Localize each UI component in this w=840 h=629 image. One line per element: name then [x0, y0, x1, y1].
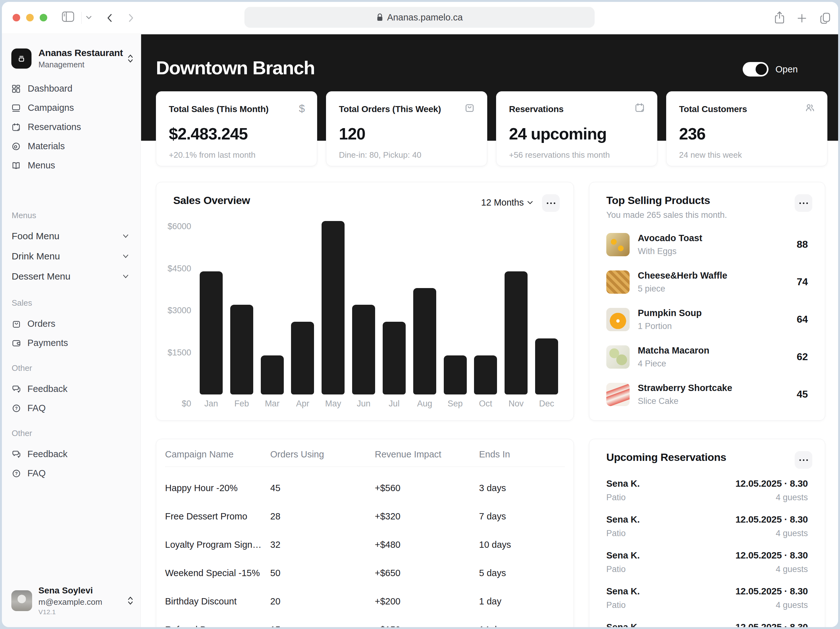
list-item: Sena K. 12.05.2025 · 8.30 Patio 4 guests	[606, 622, 808, 627]
product-name: Avocado Toast	[638, 233, 703, 243]
sidebar-item-payments[interactable]: Payments	[2, 333, 141, 353]
list-item: Sena K. 12.05.2025 · 8.30 Patio 4 guests	[606, 478, 808, 503]
stat-card-total-customers: Total Customers 236 24 new this week	[666, 91, 827, 166]
revenue-impact: +$480	[375, 539, 479, 550]
book-icon	[11, 161, 21, 170]
range-selector[interactable]: 12 Months	[481, 197, 533, 208]
y-axis-label: $4500	[167, 263, 191, 273]
top-products-subtitle: You made 265 sales this month.	[606, 210, 727, 220]
sidebar-item-campaigns[interactable]: Campaigns	[2, 98, 141, 117]
product-image-waffle	[606, 270, 630, 294]
chart-bar	[535, 339, 558, 394]
chevron-down-icon[interactable]	[86, 15, 92, 19]
sidebar-item-dessert-menu[interactable]: Dessert Menu	[2, 266, 141, 287]
product-variant: 5 piece	[638, 284, 727, 294]
x-axis-label: Feb	[230, 399, 253, 420]
close-button[interactable]	[13, 14, 20, 21]
chart-bar	[474, 355, 497, 394]
user-name: Sena Soylevi	[38, 586, 126, 596]
orders-using: 28	[270, 511, 375, 522]
open-toggle[interactable]	[743, 62, 769, 77]
sidebar-item-label: Reservations	[28, 122, 81, 132]
chart-bar	[383, 322, 406, 394]
list-item: Matcha Macaron 4 Piece 62	[606, 342, 808, 371]
campaign-name: Free Dessert Promo	[165, 511, 270, 522]
menu-group-label: Dessert Menu	[12, 271, 71, 282]
column-header: Ends In	[479, 449, 565, 460]
sidebar-item-orders[interactable]: Orders	[2, 314, 141, 333]
chart-menu-button[interactable]	[542, 194, 560, 212]
org-switcher[interactable]: Ananas Restaurant Management	[11, 47, 134, 69]
stat-value: 24 upcoming	[509, 125, 644, 143]
table-row: Referral Bonus 15 +$150 14 days	[165, 615, 565, 627]
reservations-header: Upcoming Reservations	[606, 451, 812, 469]
egg-icon	[11, 142, 21, 151]
sidebar-item-menus[interactable]: Menus	[2, 156, 141, 175]
new-tab-icon[interactable]	[797, 13, 807, 23]
x-axis-label: Jul	[383, 399, 406, 420]
reservations-menu-button[interactable]	[795, 451, 812, 469]
x-axis-label: Jun	[352, 399, 375, 420]
table-row: Weekend Special -15% 50 +$650 5 days	[165, 559, 565, 587]
share-icon[interactable]	[774, 11, 785, 25]
stat-cards: Total Sales (This Month) $ $2.483.245 +2…	[156, 91, 827, 166]
sidebar-item-feedback-2[interactable]: Feedback	[2, 445, 141, 464]
section-label-other-2: Other	[2, 429, 141, 438]
sidebar-item-drink-menu[interactable]: Drink Menu	[2, 246, 141, 266]
sidebar-item-materials[interactable]: Materials	[2, 137, 141, 156]
sidebar-item-reservations[interactable]: Reservations	[2, 117, 141, 137]
address-bar[interactable]: Ananas.pamelo.ca	[245, 7, 595, 28]
guest-count: 4 guests	[776, 528, 808, 538]
user-menu[interactable]: Sena Soylevi m@example.com V12.1	[11, 586, 134, 616]
reservation-list: Sena K. 12.05.2025 · 8.30 Patio 4 guests…	[606, 478, 808, 627]
chart-bar	[505, 271, 527, 394]
reservation-datetime: 12.05.2025 · 8.30	[736, 550, 808, 561]
sidebar-item-dashboard[interactable]: Dashboard	[2, 79, 141, 98]
minimize-button[interactable]	[26, 14, 34, 21]
reservation-area: Patio	[606, 601, 626, 610]
sidebar-toggle-icon[interactable]	[62, 11, 74, 22]
sidebar-item-feedback[interactable]: Feedback	[2, 379, 141, 399]
product-name: Pumpkin Soup	[638, 308, 702, 318]
reservation-datetime: 12.05.2025 · 8.30	[736, 478, 808, 489]
y-axis-label: $3000	[167, 306, 191, 315]
product-name: Cheese&Herb Waffle	[638, 270, 727, 281]
stat-subtext: +20.1% from last month	[169, 150, 304, 160]
org-name: Ananas Restaurant	[38, 47, 126, 58]
chart-bar	[230, 305, 253, 394]
upcoming-reservations-card: Upcoming Reservations Sena K. 12.05.2025…	[589, 439, 825, 627]
top-products-title: Top Selling Products	[606, 194, 727, 207]
sidebar-item-food-menu[interactable]: Food Menu	[2, 226, 141, 246]
x-axis-label: Jan	[200, 399, 223, 420]
x-axis-label: Sep	[444, 399, 467, 420]
zoom-button[interactable]	[40, 14, 47, 21]
reservation-datetime: 12.05.2025 · 8.30	[736, 514, 808, 525]
back-button[interactable]	[106, 12, 114, 24]
org-subtitle: Management	[38, 60, 126, 69]
main-content: Downtown Branch Open Total Sales (This M…	[141, 34, 838, 627]
question-circle-icon: ?	[12, 404, 21, 413]
menu-group-label: Drink Menu	[12, 251, 60, 262]
url-text: Ananas.pamelo.ca	[387, 12, 463, 23]
feedback-icon	[12, 449, 21, 459]
column-header: Revenue Impact	[375, 449, 479, 460]
product-count: 45	[797, 388, 808, 400]
sidebar-item-label: Feedback	[27, 449, 67, 459]
forward-button[interactable]	[127, 12, 135, 24]
sidebar-item-label: Feedback	[27, 384, 67, 394]
sidebar-item-label: Menus	[28, 160, 55, 170]
sidebar-item-faq[interactable]: ? FAQ	[2, 399, 141, 418]
stat-subtext: Dine-in: 80, Pickup: 40	[339, 150, 474, 160]
top-products-menu-button[interactable]	[795, 194, 812, 212]
chevron-down-icon	[122, 234, 129, 238]
reservation-datetime: 12.05.2025 · 8.30	[736, 622, 808, 627]
top-products-header: Top Selling Products You made 265 sales …	[606, 194, 812, 220]
chart-bar	[352, 305, 375, 394]
ends-in: 14 days	[479, 624, 565, 627]
chart-bar	[413, 288, 436, 394]
tabs-overview-icon[interactable]	[819, 12, 832, 25]
y-axis-label: $6000	[167, 222, 191, 232]
sidebar-item-faq-2[interactable]: ? FAQ	[2, 464, 141, 483]
product-name: Strawberry Shortcake	[638, 383, 732, 393]
x-axis-label: Oct	[474, 399, 497, 420]
